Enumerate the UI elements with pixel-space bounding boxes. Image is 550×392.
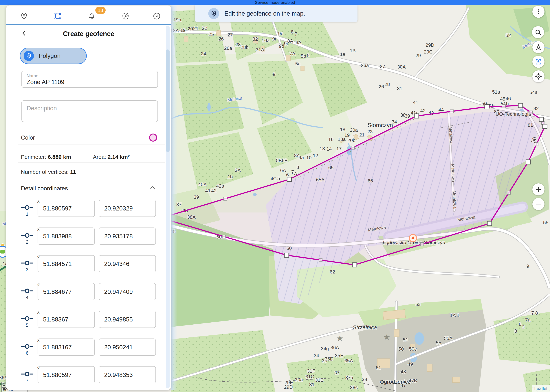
latitude-field[interactable] xyxy=(38,228,95,245)
svg-text:42a: 42a xyxy=(216,183,224,189)
svg-text:7 8: 7 8 xyxy=(531,310,538,316)
focus-alerts-button[interactable] xyxy=(532,56,544,68)
alert-frame-icon xyxy=(535,58,542,65)
svg-text:51a: 51a xyxy=(492,89,500,95)
svg-text:26a: 26a xyxy=(224,45,232,51)
perimeter-stat: Perimeter: 6.889 km xyxy=(21,154,71,160)
longitude-input[interactable] xyxy=(104,339,152,356)
vertex-count: Number of vertices: 11 xyxy=(21,169,76,175)
svg-text:37a: 37a xyxy=(345,375,353,380)
compass-button[interactable] xyxy=(532,41,544,53)
longitude-field[interactable] xyxy=(99,366,156,383)
name-field[interactable]: Name xyxy=(21,71,158,88)
latitude-input[interactable] xyxy=(43,367,91,383)
longitude-field[interactable] xyxy=(99,255,156,272)
zoom-in-button[interactable] xyxy=(532,183,544,196)
geofence-midpoint-handle xyxy=(224,197,227,200)
collapse-coordinates-button[interactable] xyxy=(150,186,155,190)
latitude-field[interactable] xyxy=(38,366,95,383)
vertex-icon xyxy=(21,315,33,322)
geofence-midpoint-handle xyxy=(319,259,322,262)
geofence-midpoint-handle xyxy=(351,146,355,149)
geofence-midpoint-handle xyxy=(450,110,453,113)
longitude-field[interactable] xyxy=(99,228,156,245)
latitude-input[interactable] xyxy=(43,200,91,217)
panel-scrollbar-thumb[interactable] xyxy=(166,49,170,152)
longitude-input[interactable] xyxy=(104,311,152,328)
description-input[interactable] xyxy=(26,105,153,120)
longitude-field[interactable] xyxy=(99,338,156,356)
tab-service-mode[interactable] xyxy=(121,11,131,21)
latitude-input[interactable] xyxy=(43,311,91,328)
svg-text:22: 22 xyxy=(202,25,207,31)
geofence-midpoint-handle xyxy=(420,243,424,246)
map-search-button[interactable] xyxy=(532,26,544,38)
svg-text:6A: 6A xyxy=(280,168,286,173)
geofence-midpoint-handle xyxy=(535,142,538,146)
svg-text:16: 16 xyxy=(328,137,334,142)
chevron-up-icon xyxy=(150,186,155,189)
color-swatch[interactable] xyxy=(149,133,157,142)
svg-text:39: 39 xyxy=(405,113,410,119)
locate-me-button[interactable] xyxy=(532,70,544,82)
tab-notifications[interactable] xyxy=(86,11,97,21)
latitude-input[interactable] xyxy=(43,256,91,272)
svg-text:13: 13 xyxy=(320,146,325,151)
tab-divider xyxy=(143,12,143,21)
name-input[interactable] xyxy=(26,78,152,86)
geofence-vertex-handle xyxy=(287,177,292,182)
latitude-field[interactable] xyxy=(38,311,95,328)
collapse-panel-button[interactable] xyxy=(152,11,162,21)
svg-text:Strzelnica: Strzelnica xyxy=(353,324,377,330)
plus-icon xyxy=(535,186,542,193)
svg-text:9: 9 xyxy=(527,263,529,269)
longitude-input[interactable] xyxy=(104,283,152,300)
latitude-input[interactable] xyxy=(43,228,91,245)
latitude-field[interactable] xyxy=(38,255,95,272)
geofence-vertex-handle xyxy=(526,160,530,164)
description-field[interactable] xyxy=(21,100,158,122)
latitude-field[interactable] xyxy=(38,338,95,356)
geofence-vertex-handle xyxy=(284,253,289,257)
geofence-vertex-handle xyxy=(414,114,419,118)
longitude-input[interactable] xyxy=(104,200,152,217)
svg-text:55: 55 xyxy=(436,340,441,345)
longitude-input[interactable] xyxy=(104,228,152,245)
longitude-field[interactable] xyxy=(99,311,156,328)
service-wrench-icon xyxy=(122,12,130,20)
tab-geofences-active[interactable] xyxy=(53,11,63,21)
svg-text:25: 25 xyxy=(209,32,214,37)
leaflet-attribution[interactable]: Leaflet xyxy=(532,385,550,392)
panel-edge-shadow xyxy=(171,6,177,390)
geofence-vertex-handle xyxy=(485,105,489,109)
polygon-pill-label: Polygon xyxy=(39,52,60,59)
create-geofence-panel: 18 Create geofence Polygon Name Color xyxy=(6,6,171,390)
latitude-input[interactable] xyxy=(43,283,91,300)
svg-text:46: 46 xyxy=(506,96,511,101)
toast-message: Edit the geofence on the map. xyxy=(224,10,305,17)
longitude-field[interactable] xyxy=(99,283,156,300)
svg-text:55A: 55A xyxy=(444,336,453,341)
latitude-input[interactable] xyxy=(43,339,91,356)
longitude-input[interactable] xyxy=(104,256,152,272)
detail-coordinates-header[interactable]: Detail coordinates xyxy=(21,185,68,192)
longitude-field[interactable] xyxy=(99,200,156,217)
zoom-out-button[interactable] xyxy=(532,198,544,210)
svg-text:32: 32 xyxy=(253,36,258,42)
svg-text:Ogrodzenice: Ogrodzenice xyxy=(380,379,411,385)
svg-text:1B: 1B xyxy=(350,48,356,54)
geofence-vertex-handle xyxy=(352,263,357,267)
svg-text:17: 17 xyxy=(336,146,342,152)
more-menu-button[interactable] xyxy=(532,6,544,18)
attribution-link[interactable]: Leaflet xyxy=(534,386,547,391)
longitude-input[interactable] xyxy=(104,367,152,383)
latitude-field[interactable] xyxy=(38,283,95,300)
svg-text:41: 41 xyxy=(413,100,418,105)
svg-text:27: 27 xyxy=(228,32,233,38)
latitude-field[interactable] xyxy=(38,200,95,217)
vertex-row: × 4 xyxy=(6,283,171,305)
svg-text:1A 1: 1A 1 xyxy=(450,313,459,318)
polygon-type-pill[interactable]: Polygon xyxy=(20,48,87,64)
tab-locations[interactable] xyxy=(19,11,29,21)
svg-text:38: 38 xyxy=(362,377,367,382)
